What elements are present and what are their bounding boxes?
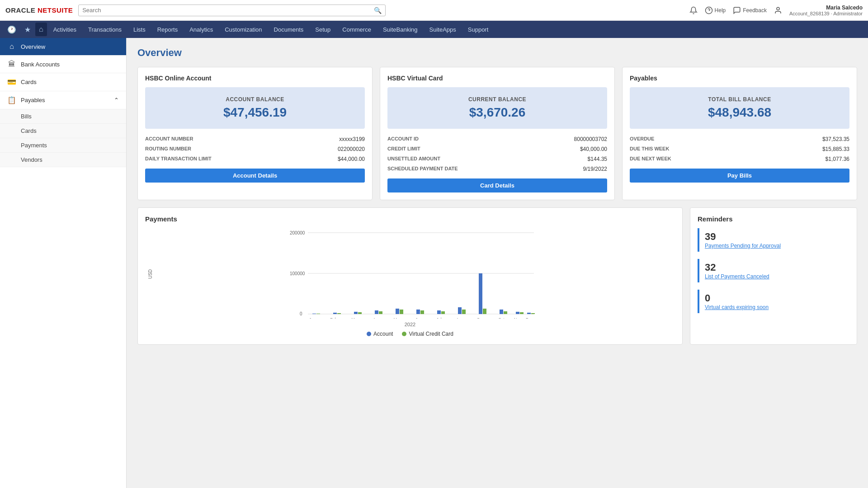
sidebar-item-overview[interactable]: ⌂ Overview: [0, 38, 126, 56]
nav-documents[interactable]: Documents: [269, 23, 309, 37]
due-this-week-row: DUE THIS WEEK $15,885.33: [630, 146, 849, 152]
help-icon-group[interactable]: Help: [705, 6, 726, 14]
svg-text:Dec: Dec: [526, 317, 533, 319]
reminder-canceled-link[interactable]: List of Payments Canceled: [705, 273, 844, 280]
svg-rect-26: [483, 309, 486, 314]
payables-balance-box: TOTAL BILL BALANCE $48,943.68: [630, 87, 849, 129]
card-details-button[interactable]: Card Details: [387, 178, 607, 192]
sidebar-sub-payments[interactable]: Payments: [0, 138, 126, 153]
reminder-pending-link[interactable]: Payments Pending for Approval: [705, 243, 844, 249]
hsbc-virtual-card: HSBC Virtual Card CURRENT BALANCE $3,670…: [380, 67, 615, 200]
user-name: Maria Salcedo: [789, 5, 863, 11]
svg-rect-25: [479, 273, 482, 314]
sidebar-bank-label: Bank Accounts: [21, 61, 60, 68]
sidebar-item-payables[interactable]: 📋 Payables ⌃: [0, 91, 126, 109]
payables-icon: 📋: [7, 96, 16, 104]
reminder-expiring-link[interactable]: Virtual cards expiring soon: [705, 304, 844, 310]
svg-text:0: 0: [300, 311, 302, 316]
hsbc-account-balance-amount: $47,456.19: [154, 105, 356, 120]
hsbc-account-title: HSBC Online Account: [145, 75, 365, 82]
account-id-label: ACCOUNT ID: [387, 136, 419, 142]
daily-limit-label: DAILY TRANSACTION LIMIT: [145, 156, 212, 162]
reminder-expiring-count: 0: [705, 292, 844, 304]
nav-suiteapps[interactable]: SuiteApps: [424, 23, 462, 37]
feedback-icon-group[interactable]: Feedback: [733, 6, 767, 14]
svg-text:Mar: Mar: [351, 317, 359, 319]
svg-rect-32: [531, 313, 535, 314]
credit-limit-value: $40,000.00: [580, 146, 607, 152]
svg-text:Feb: Feb: [330, 317, 337, 319]
sidebar-sub-bills[interactable]: Bills: [0, 109, 126, 124]
reminder-pending-count: 39: [705, 231, 844, 243]
sidebar-sub-menu: Bills Cards Payments Vendors: [0, 109, 126, 167]
pay-bills-button[interactable]: Pay Bills: [630, 169, 849, 183]
reminders-title: Reminders: [698, 215, 849, 223]
search-box[interactable]: 🔍: [78, 5, 386, 16]
account-id-row: ACCOUNT ID 80000003702: [387, 136, 607, 142]
nav-transactions[interactable]: Transactions: [83, 23, 127, 37]
notifications-icon[interactable]: [689, 6, 698, 14]
sidebar-sub-cards[interactable]: Cards: [0, 124, 126, 138]
legend-account: Account: [367, 331, 393, 337]
search-icon[interactable]: 🔍: [374, 7, 382, 14]
legend-card: Virtual Credit Card: [402, 331, 453, 337]
nav-support[interactable]: Support: [462, 23, 494, 37]
account-number-row: ACCOUNT NUMBER xxxxx3199: [145, 136, 365, 142]
nav-activities[interactable]: Activities: [48, 23, 82, 37]
svg-rect-9: [312, 314, 316, 314]
routing-number-value: 022000020: [338, 146, 365, 152]
due-this-week-value: $15,885.33: [822, 146, 849, 152]
sidebar-overview-label: Overview: [21, 43, 45, 50]
nav-setup[interactable]: Setup: [310, 23, 336, 37]
sidebar-sub-vendors[interactable]: Vendors: [0, 153, 126, 167]
hsbc-account-balance-label: ACCOUNT BALANCE: [154, 96, 356, 103]
unsettled-amount-row: UNSETTLED AMOUNT $144.35: [387, 156, 607, 162]
svg-text:Jul: Jul: [436, 317, 442, 319]
payables-title: Payables: [630, 75, 849, 82]
svg-rect-22: [441, 311, 445, 314]
svg-rect-15: [375, 310, 378, 314]
search-input[interactable]: [82, 7, 374, 14]
bank-icon: 🏛: [7, 60, 16, 68]
nav-bar: 🕐 ★ ⌂ Activities Transactions Lists Repo…: [0, 21, 868, 38]
sidebar-item-bank-accounts[interactable]: 🏛 Bank Accounts: [0, 56, 126, 73]
due-next-week-value: $1,077.36: [826, 156, 849, 162]
svg-text:Aug: Aug: [456, 317, 463, 319]
hsbc-card-balance-label: CURRENT BALANCE: [396, 96, 598, 103]
nav-lists[interactable]: Lists: [128, 23, 151, 37]
nav-reports[interactable]: Reports: [152, 23, 184, 37]
routing-number-label: ROUTING NUMBER: [145, 146, 191, 152]
favorites-icon[interactable]: ★: [21, 23, 34, 37]
logo: ORACLE NETSUITE: [5, 6, 73, 14]
svg-text:Jun: Jun: [415, 317, 422, 319]
top-bar: ORACLE NETSUITE 🔍 Help Feedback Maria Sa…: [0, 0, 868, 21]
svg-rect-27: [500, 310, 503, 314]
reminders-section: Reminders 39 Payments Pending for Approv…: [690, 207, 857, 345]
help-label: Help: [715, 7, 726, 14]
user-avatar[interactable]: [774, 6, 782, 14]
sidebar-item-cards[interactable]: 💳 Cards: [0, 73, 126, 91]
nav-suitebanking[interactable]: SuiteBanking: [377, 23, 423, 37]
payments-title: Payments: [145, 215, 675, 223]
overdue-label: OVERDUE: [630, 136, 654, 142]
sidebar-payables-label: Payables: [21, 97, 45, 103]
hsbc-card-title: HSBC Virtual Card: [387, 75, 607, 82]
svg-text:Nov: Nov: [514, 317, 522, 319]
nav-commerce[interactable]: Commerce: [337, 23, 377, 37]
nav-analytics[interactable]: Analytics: [184, 23, 218, 37]
home-icon[interactable]: ⌂: [35, 23, 47, 36]
y-axis-label: USD: [148, 269, 153, 279]
due-this-week-label: DUE THIS WEEK: [630, 146, 669, 152]
nav-customization[interactable]: Customization: [219, 23, 267, 37]
svg-rect-24: [462, 310, 466, 314]
account-number-value: xxxxx3199: [339, 136, 365, 142]
reminder-pending: 39 Payments Pending for Approval: [698, 228, 849, 252]
daily-limit-value: $44,000.00: [338, 156, 365, 162]
svg-rect-28: [504, 311, 507, 314]
account-details-button[interactable]: Account Details: [145, 169, 365, 183]
credit-limit-row: CREDIT LIMIT $40,000.00: [387, 146, 607, 152]
svg-text:100000: 100000: [290, 271, 305, 276]
payables-card: Payables TOTAL BILL BALANCE $48,943.68 O…: [622, 67, 857, 200]
history-icon[interactable]: 🕐: [4, 23, 20, 37]
svg-text:Sep: Sep: [477, 317, 484, 319]
